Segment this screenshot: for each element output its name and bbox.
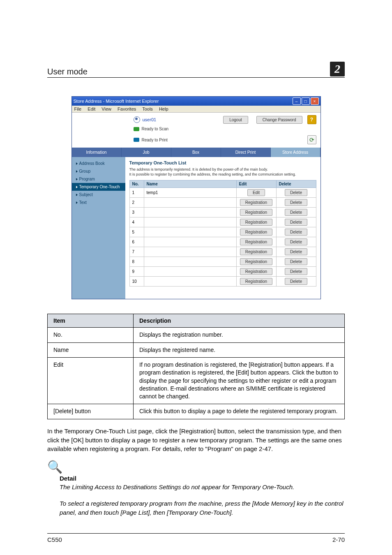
window-title: Store Address - Microsoft Internet Explo… xyxy=(74,99,292,104)
col-name: Name xyxy=(144,180,236,188)
row-delete-button[interactable]: Delete xyxy=(285,209,307,216)
window-titlebar: Store Address - Microsoft Internet Explo… xyxy=(72,97,321,106)
cell-no: 6 xyxy=(129,237,144,247)
info-item: [Delete] button xyxy=(48,404,134,419)
row-edit-button[interactable]: Registration xyxy=(240,268,272,275)
section-title: User mode xyxy=(47,67,88,76)
cell-no: 2 xyxy=(129,198,144,208)
cell-name: temp1 xyxy=(144,188,236,198)
cell-name xyxy=(144,217,236,227)
change-password-button[interactable]: Change Password xyxy=(256,116,302,124)
tab-direct-print[interactable]: Direct Print xyxy=(221,148,271,157)
menu-tools[interactable]: Tools xyxy=(142,106,153,111)
info-head-item: Item xyxy=(48,314,134,328)
cell-no: 5 xyxy=(129,227,144,237)
content-description: The address is temporarily registered. I… xyxy=(129,167,316,177)
sidebar-item-temp-one-touch[interactable]: Temporary One-Touch xyxy=(72,183,125,191)
row-delete-button[interactable]: Delete xyxy=(285,199,307,206)
table-row: 2RegistrationDelete xyxy=(129,198,316,208)
col-delete: Delete xyxy=(276,180,316,188)
logout-button[interactable]: Logout xyxy=(223,116,248,124)
sidebar-item-label: Temporary One-Touch xyxy=(79,185,120,189)
row-delete-button[interactable]: Delete xyxy=(285,248,307,255)
window-minimize-button[interactable]: – xyxy=(293,97,301,105)
table-row: 4RegistrationDelete xyxy=(129,217,316,227)
detail-paragraph-1: The Limiting Access to Destinations Sett… xyxy=(60,483,345,492)
tab-box[interactable]: Box xyxy=(171,148,221,157)
menu-favorites[interactable]: Favorites xyxy=(118,106,136,111)
row-edit-button[interactable]: Registration xyxy=(240,219,272,226)
sidebar-item-label: Subject xyxy=(79,192,93,197)
window-maximize-button[interactable]: □ xyxy=(302,97,310,105)
cell-name xyxy=(144,237,236,247)
doc-info-table: Item Description No. Displays the regist… xyxy=(47,314,345,419)
row-edit-button[interactable]: Registration xyxy=(240,209,272,216)
row-edit-button[interactable]: Registration xyxy=(240,258,272,265)
browser-window: Store Address - Microsoft Internet Explo… xyxy=(71,96,321,299)
status-row-2: Ready to Print ⟳ xyxy=(72,134,321,148)
menu-view[interactable]: View xyxy=(101,106,111,111)
sidebar-item-program[interactable]: Program xyxy=(72,175,125,183)
row-edit-button[interactable]: Registration xyxy=(240,199,272,206)
sidebar-item-group[interactable]: Group xyxy=(72,167,125,175)
row-delete-button[interactable]: Delete xyxy=(285,278,307,285)
status-scan-label: Ready to Scan xyxy=(142,127,169,131)
row-edit-button[interactable]: Registration xyxy=(240,238,272,245)
browser-menubar: File Edit View Favorites Tools Help xyxy=(72,106,321,113)
row-delete-button[interactable]: Delete xyxy=(285,229,307,236)
sidebar: Address Book Group Program Temporary One… xyxy=(72,157,125,299)
sidebar-item-text[interactable]: Text xyxy=(72,199,125,206)
info-item: No. xyxy=(48,328,134,342)
info-row: Edit If no program destination is regist… xyxy=(48,357,345,404)
sidebar-item-label: Program xyxy=(79,177,95,181)
row-edit-button[interactable]: Registration xyxy=(240,278,272,285)
one-touch-table: No. Name Edit Delete 1temp1EditDelete2Re… xyxy=(129,180,316,287)
table-row: 10RegistrationDelete xyxy=(129,277,316,287)
info-desc: Click this button to display a page to d… xyxy=(134,404,345,419)
menu-edit[interactable]: Edit xyxy=(88,106,95,111)
footer-model: C550 xyxy=(47,536,62,543)
sidebar-item-subject[interactable]: Subject xyxy=(72,191,125,199)
magnifier-icon: 🔍 xyxy=(47,461,345,473)
cell-name xyxy=(144,208,236,217)
menu-help[interactable]: Help xyxy=(159,106,168,111)
table-row: 3RegistrationDelete xyxy=(129,208,316,217)
content-desc-1: The address is temporarily registered. I… xyxy=(129,167,268,171)
info-row: No. Displays the registration number. xyxy=(48,328,345,342)
body-paragraph: In the Temporary One-Touch List page, cl… xyxy=(47,427,345,453)
cell-name xyxy=(144,267,236,277)
row-edit-button[interactable]: Registration xyxy=(240,229,272,236)
chapter-badge: 2 xyxy=(330,62,345,76)
tab-information[interactable]: Information xyxy=(72,148,122,157)
status-row-1: Ready to Scan xyxy=(72,126,321,134)
top-user-row: user01 Logout Change Password ? xyxy=(72,113,321,126)
table-row: 6RegistrationDelete xyxy=(129,237,316,247)
table-row: 9RegistrationDelete xyxy=(129,267,316,277)
table-row: 5RegistrationDelete xyxy=(129,227,316,237)
cell-no: 3 xyxy=(129,208,144,217)
window-close-button[interactable]: × xyxy=(311,97,319,105)
sidebar-item-label: Text xyxy=(79,200,87,205)
menu-file[interactable]: File xyxy=(74,106,82,111)
main-tabs: Information Job Box Direct Print Store A… xyxy=(72,148,321,157)
cell-name xyxy=(144,257,236,267)
row-delete-button[interactable]: Delete xyxy=(285,219,307,226)
row-delete-button[interactable]: Delete xyxy=(285,238,307,245)
row-delete-button[interactable]: Delete xyxy=(285,189,307,196)
ready-print-icon xyxy=(134,138,139,142)
tab-store-address[interactable]: Store Address xyxy=(271,148,321,157)
help-icon[interactable]: ? xyxy=(307,115,316,124)
tab-job[interactable]: Job xyxy=(122,148,171,157)
col-edit: Edit xyxy=(236,180,276,188)
row-delete-button[interactable]: Delete xyxy=(285,258,307,265)
info-desc: Displays the registration number. xyxy=(134,328,345,342)
user-icon xyxy=(134,116,140,123)
row-edit-button[interactable]: Registration xyxy=(240,248,272,255)
row-delete-button[interactable]: Delete xyxy=(285,268,307,275)
cell-name xyxy=(144,198,236,208)
sidebar-item-label: Address Book xyxy=(79,161,105,166)
page-header: User mode 2 xyxy=(47,62,345,78)
sidebar-item-address-book[interactable]: Address Book xyxy=(72,160,125,167)
row-edit-button[interactable]: Edit xyxy=(247,189,265,196)
refresh-icon[interactable]: ⟳ xyxy=(307,135,316,144)
